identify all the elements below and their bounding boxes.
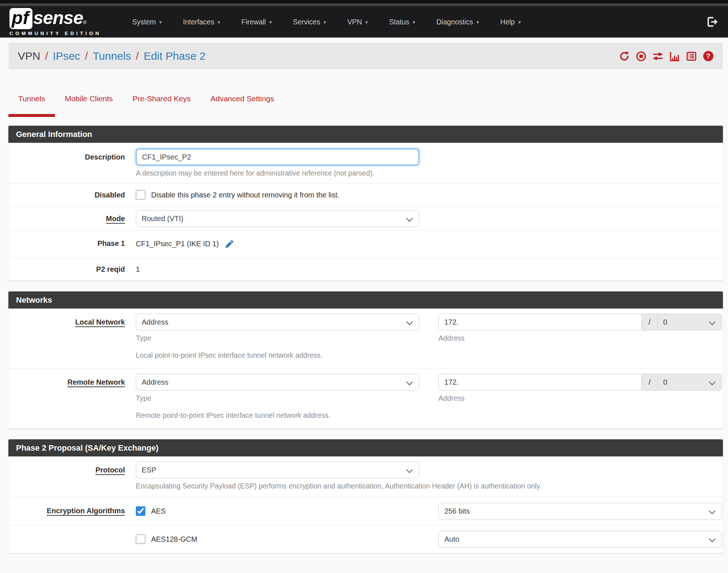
local-network-type-select[interactable]: Address <box>136 314 419 330</box>
breadcrumb-link-ipsec[interactable]: IPsec <box>53 50 80 62</box>
logo-pf-box: pf <box>9 8 32 29</box>
breadcrumb-link-edit-phase-2[interactable]: Edit Phase 2 <box>143 50 205 62</box>
stop-circle-icon[interactable] <box>636 51 646 62</box>
remote-network-row: Remote Network Address Type Remote point… <box>8 368 723 428</box>
pfsense-logo[interactable]: pf sense ® COMMUNITY EDITION <box>9 8 101 36</box>
protocol-row: Protocol ESP Encapsulating Security Payl… <box>8 456 723 497</box>
panel-title: Phase 2 Proposal (SA/Key Exchange) <box>8 439 723 456</box>
chevron-down-icon: ▾ <box>518 19 521 25</box>
local-network-row: Local Network Address Type Local point-t… <box>8 309 723 368</box>
mode-label: Mode <box>8 210 136 223</box>
remote-network-type-select[interactable]: Address <box>136 374 419 390</box>
chevron-down-icon: ▾ <box>365 19 368 25</box>
local-network-label: Local Network <box>8 314 136 326</box>
window-chrome-strip <box>0 0 728 3</box>
remote-network-description: Remote point-to-point IPsec interface tu… <box>136 411 419 420</box>
mode-row: Mode Routed (VTI) <box>8 206 723 230</box>
chevron-down-icon: ▾ <box>269 19 272 25</box>
protocol-help: Encapsulating Security Payload (ESP) per… <box>136 482 722 490</box>
sign-out-icon[interactable] <box>706 16 719 28</box>
remote-network-mask-select[interactable]: 0 <box>658 374 722 390</box>
top-navbar: pf sense ® COMMUNITY EDITION System▾ Int… <box>0 6 728 38</box>
panel-general-information: General Information Description A descri… <box>8 126 723 280</box>
tab-mobile-clients[interactable]: Mobile Clients <box>55 91 123 117</box>
window-chrome-strip-2 <box>0 3 728 6</box>
chevron-down-icon: ▾ <box>413 19 416 25</box>
disabled-row: Disabled Disable this phase 2 entry with… <box>8 183 723 206</box>
chevron-down-icon: ▾ <box>217 19 220 25</box>
panel-title: General Information <box>8 126 723 143</box>
encryption-algorithm-row: Encryption Algorithms AES 256 bits <box>8 497 723 525</box>
description-input[interactable] <box>136 149 419 165</box>
breadcrumb-link-tunnels[interactable]: Tunnels <box>93 50 131 62</box>
logo-sense-text: sense <box>33 8 83 28</box>
local-network-address-input[interactable] <box>438 314 642 330</box>
description-help: A description may be entered here for ad… <box>136 169 419 177</box>
sliders-icon[interactable] <box>653 51 663 62</box>
local-network-mask-select[interactable]: 0 <box>658 314 722 330</box>
menu-interfaces[interactable]: Interfaces▾ <box>173 18 231 26</box>
protocol-label: Protocol <box>8 462 136 474</box>
panel-title: Networks <box>8 291 723 309</box>
encryption-algorithm-row: AES128-GCM Auto <box>8 525 723 553</box>
chevron-down-icon: ▾ <box>323 19 326 25</box>
logo-edition-text: COMMUNITY EDITION <box>9 31 101 36</box>
aes128-gcm-label: AES128-GCM <box>151 535 197 543</box>
p2-reqid-row: P2 reqid 1 <box>8 258 723 280</box>
panel-networks: Networks Local Network Address Type Loca… <box>8 291 723 428</box>
remote-network-mask-separator: / <box>642 374 658 390</box>
remote-network-type-help: Type <box>136 394 419 403</box>
chevron-down-icon: ▾ <box>476 19 479 25</box>
encryption-algorithms-label: Encryption Algorithms <box>8 503 136 515</box>
chevron-down-icon: ▾ <box>159 19 162 25</box>
aes-label: AES <box>151 507 166 515</box>
description-label: Description <box>8 149 136 161</box>
menu-firewall[interactable]: Firewall▾ <box>231 18 283 26</box>
menu-status[interactable]: Status▾ <box>378 18 426 26</box>
protocol-select[interactable]: ESP <box>136 462 419 478</box>
breadcrumb-bar: VPN / IPsec / Tunnels / Edit Phase 2 ? <box>8 43 723 70</box>
menu-vpn[interactable]: VPN▾ <box>337 18 379 26</box>
phase1-label: Phase 1 <box>8 239 136 248</box>
description-row: Description A description may be entered… <box>8 143 723 183</box>
menu-help[interactable]: Help▾ <box>490 18 532 26</box>
tab-advanced-settings[interactable]: Advanced Settings <box>201 91 284 117</box>
edit-pencil-icon[interactable] <box>224 239 234 249</box>
remote-network-label: Remote Network <box>8 374 136 386</box>
aes128-gcm-bits-select[interactable]: Auto <box>438 531 722 548</box>
menu-system[interactable]: System▾ <box>122 18 173 26</box>
disabled-checkbox-label: Disable this phase 2 entry without remov… <box>151 191 339 199</box>
bar-chart-icon[interactable] <box>669 51 680 62</box>
local-network-mask-separator: / <box>642 314 658 330</box>
local-network-description: Local point-to-point IPsec interface tun… <box>136 351 419 360</box>
disabled-checkbox[interactable] <box>136 190 145 200</box>
menu-diagnostics[interactable]: Diagnostics▾ <box>426 18 489 26</box>
help-icon[interactable]: ? <box>703 51 713 62</box>
p2-reqid-label: P2 reqid <box>8 265 136 274</box>
page-action-icons: ? <box>619 51 713 62</box>
local-network-type-help: Type <box>136 334 419 342</box>
aes128-gcm-checkbox[interactable] <box>136 534 145 544</box>
log-icon[interactable] <box>686 51 697 62</box>
phase1-value: CF1_IPsec_P1 (IKE ID 1) <box>136 240 219 248</box>
phase1-row: Phase 1 CF1_IPsec_P1 (IKE ID 1) <box>8 230 723 258</box>
navbar-menu: System▾ Interfaces▾ Firewall▾ Services▾ … <box>122 18 531 26</box>
breadcrumb-vpn: VPN <box>18 50 40 62</box>
redo-icon[interactable] <box>619 51 630 62</box>
aes-checkbox[interactable] <box>136 506 145 516</box>
local-network-address-help: Address <box>438 334 722 342</box>
ipsec-tabs: Tunnels Mobile Clients Pre-Shared Keys A… <box>8 91 728 117</box>
mode-select[interactable]: Routed (VTI) <box>136 210 419 227</box>
aes-bits-select[interactable]: 256 bits <box>438 503 722 519</box>
logo-registered-mark: ® <box>83 20 87 25</box>
menu-services[interactable]: Services▾ <box>282 18 337 26</box>
tab-tunnels[interactable]: Tunnels <box>8 91 55 117</box>
remote-network-address-help: Address <box>438 394 722 403</box>
breadcrumb: VPN / IPsec / Tunnels / Edit Phase 2 <box>18 50 206 62</box>
disabled-label: Disabled <box>8 190 136 199</box>
p2-reqid-value: 1 <box>136 265 419 274</box>
panel-phase2-proposal: Phase 2 Proposal (SA/Key Exchange) Proto… <box>8 439 723 553</box>
tab-pre-shared-keys[interactable]: Pre-Shared Keys <box>123 91 201 117</box>
remote-network-address-input[interactable] <box>438 374 642 390</box>
